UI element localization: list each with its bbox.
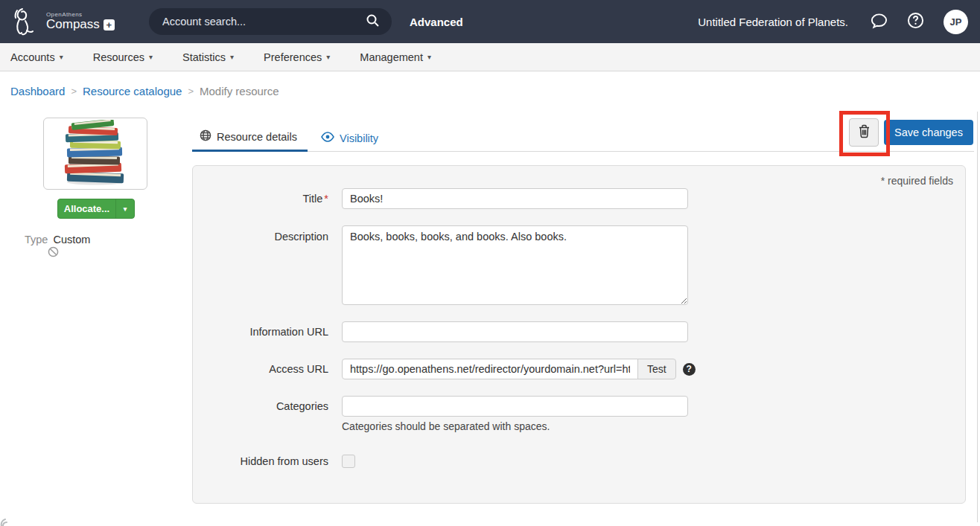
menu-item-label: Resources [93, 51, 144, 63]
title-input[interactable] [342, 188, 688, 209]
categories-field-row: Categories Categories should be separate… [193, 396, 965, 432]
breadcrumb: Dashboard > Resource catalogue > Modify … [10, 85, 279, 97]
help-circle-icon [907, 12, 924, 31]
chevron-down-icon: ▾ [149, 54, 153, 61]
search-button[interactable] [364, 12, 381, 31]
chevron-down-icon: ▾ [326, 54, 330, 61]
title-label: Title* [193, 188, 342, 209]
trash-icon [858, 124, 871, 141]
breadcrumb-resource-catalogue-link[interactable]: Resource catalogue [83, 85, 182, 97]
access-url-input[interactable] [342, 359, 638, 379]
resource-type-row: Type Custom [25, 234, 90, 246]
resource-image-card [43, 118, 147, 190]
globe-icon [200, 129, 211, 144]
account-search-input[interactable] [162, 16, 364, 28]
menu-item-label: Preferences [264, 51, 322, 63]
type-label: Type [25, 234, 48, 246]
allocate-button[interactable]: Allocate... ▾ [57, 199, 135, 219]
breadcrumb-dashboard-link[interactable]: Dashboard [10, 85, 65, 97]
hidden-from-users-row: Hidden from users [193, 451, 965, 472]
compass-plus-icon: + [104, 19, 115, 31]
categories-input[interactable] [342, 396, 688, 417]
save-changes-button[interactable]: Save changes [884, 120, 973, 145]
breadcrumb-current-page: Modify resource [200, 85, 279, 97]
access-url-field-row: Access URL Test ? [193, 359, 965, 379]
description-label: Description [193, 225, 342, 305]
chevron-down-icon: ▾ [60, 54, 63, 61]
information-url-field-row: Information URL [193, 321, 965, 342]
menu-item-preferences[interactable]: Preferences ▾ [264, 51, 330, 63]
search-icon [366, 13, 380, 30]
allocate-button-label: Allocate... [58, 203, 115, 214]
ban-icon [48, 246, 59, 260]
advanced-search-link[interactable]: Advanced [410, 16, 463, 28]
title-field-row: Title* [193, 188, 965, 209]
brand-compass-label: Compass [46, 18, 100, 31]
openathens-brand[interactable]: OpenAthens Compass + [12, 6, 149, 37]
menu-item-statistics[interactable]: Statistics ▾ [182, 51, 234, 63]
chat-button[interactable] [871, 13, 888, 31]
access-url-help-icon[interactable]: ? [683, 363, 696, 376]
description-textarea[interactable]: Books, books, books, and books. Also boo… [342, 225, 688, 305]
book-stack-image [54, 120, 137, 188]
chevron-down-icon: ▾ [427, 54, 431, 61]
help-button[interactable] [907, 12, 924, 31]
type-value: Custom [53, 234, 90, 246]
hidden-from-users-label: Hidden from users [193, 451, 342, 472]
chat-bubble-icon [871, 13, 888, 31]
openathens-logo-icon [12, 6, 40, 37]
menu-item-resources[interactable]: Resources ▾ [93, 51, 153, 63]
top-navbar: OpenAthens Compass + Advanced Untitled F… [0, 0, 980, 43]
user-avatar[interactable]: JP [944, 10, 968, 34]
resource-details-panel: * required fields Title* Description Boo… [192, 165, 966, 504]
required-asterisk: * [324, 193, 328, 205]
test-url-button[interactable]: Test [637, 359, 676, 379]
menu-item-accounts[interactable]: Accounts ▾ [10, 51, 63, 63]
menu-item-management[interactable]: Management ▾ [360, 51, 431, 63]
chevron-down-icon: ▾ [230, 54, 234, 61]
hidden-from-users-checkbox[interactable] [342, 455, 355, 468]
required-fields-note: * required fields [193, 166, 965, 188]
organisation-name: Untitled Federation of Planets. [698, 16, 848, 28]
information-url-label: Information URL [193, 321, 342, 342]
eye-icon [321, 132, 334, 144]
categories-label: Categories [193, 396, 342, 432]
menu-item-label: Accounts [10, 51, 55, 63]
account-search-box[interactable] [149, 8, 392, 35]
description-field-row: Description Books, books, books, and boo… [193, 225, 965, 305]
chevron-down-icon: ▾ [116, 205, 134, 213]
page-right-border [977, 112, 978, 522]
menu-item-label: Statistics [182, 51, 226, 63]
categories-help-text: Categories should be separated with spac… [342, 420, 688, 432]
tab-label: Resource details [217, 131, 297, 143]
openathens-watermark-icon [0, 516, 15, 526]
menu-item-label: Management [360, 51, 423, 63]
tab-visibility[interactable]: Visibility [314, 132, 389, 152]
tab-resource-details[interactable]: Resource details [192, 129, 308, 152]
breadcrumb-separator: > [71, 86, 77, 97]
delete-resource-button[interactable] [849, 118, 879, 147]
main-menu-bar: Accounts ▾ Resources ▾ Statistics ▾ Pref… [0, 43, 980, 71]
access-url-label: Access URL [193, 359, 342, 379]
information-url-input[interactable] [342, 321, 688, 342]
tab-label: Visibility [340, 132, 378, 144]
breadcrumb-separator: > [188, 86, 194, 97]
